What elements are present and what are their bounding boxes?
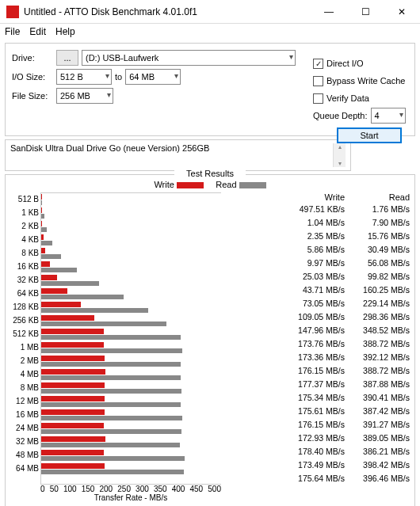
- col-write: Write: [288, 192, 345, 202]
- queue-depth-label: Queue Depth:: [313, 111, 368, 120]
- read-bar: [41, 268, 77, 272]
- bar-row: [41, 409, 221, 422]
- direct-io-label: Direct I/O: [326, 59, 363, 68]
- read-bar: [41, 443, 180, 447]
- write-bar: [41, 356, 105, 361]
- bar-row: [41, 462, 221, 476]
- data-row: 172.93 MB/s389.05 MB/s: [226, 431, 410, 444]
- read-bar: [41, 470, 184, 474]
- y-tick: 1 KB: [10, 206, 39, 219]
- read-bar: [41, 281, 99, 286]
- y-tick: 2 MB: [10, 354, 39, 367]
- bar-row: [41, 382, 221, 395]
- io-to-label: to: [115, 72, 122, 82]
- y-tick: 64 MB: [10, 462, 39, 475]
- y-tick: 512 KB: [10, 327, 39, 341]
- read-bar: [41, 214, 44, 219]
- direct-io-checkbox[interactable]: ✓: [313, 59, 323, 69]
- close-button[interactable]: ✕: [384, 0, 420, 23]
- y-tick: 32 MB: [10, 435, 39, 448]
- read-bar: [41, 375, 181, 380]
- write-bar: [41, 329, 104, 334]
- config-panel: Drive: ... (D:) USB-Laufwerk ▾ I/O Size:…: [5, 43, 415, 136]
- write-bar: [41, 423, 104, 428]
- y-tick: 12 MB: [10, 394, 39, 408]
- data-row: 5.86 MB/s30.49 MB/s: [226, 242, 410, 256]
- bar-row: [41, 422, 221, 436]
- maximize-button[interactable]: ☐: [347, 0, 384, 23]
- write-bar: [41, 436, 105, 442]
- bar-row: [41, 395, 221, 409]
- file-size-select[interactable]: 256 MB ▾: [56, 88, 113, 104]
- io-size-from-select[interactable]: 512 B ▾: [56, 69, 112, 85]
- read-bar: [41, 416, 182, 420]
- chevron-down-icon: ▾: [289, 52, 293, 61]
- bar-row: [41, 368, 221, 382]
- y-tick: 24 MB: [10, 421, 39, 435]
- data-row: 176.15 MB/s391.27 MB/s: [226, 417, 410, 431]
- data-row: 176.15 MB/s388.72 MB/s: [226, 363, 410, 377]
- read-bar: [41, 200, 42, 205]
- data-row: 73.05 MB/s229.14 MB/s: [226, 296, 410, 310]
- write-bar: [41, 302, 81, 307]
- write-bar: [41, 463, 105, 469]
- data-row: 9.97 MB/s56.08 MB/s: [226, 256, 410, 269]
- y-tick: 32 KB: [10, 273, 39, 287]
- y-tick: 64 KB: [10, 287, 39, 300]
- results-title: Test Results: [174, 169, 246, 178]
- read-bar: [41, 227, 47, 232]
- write-bar: [41, 450, 104, 455]
- y-tick: 8 MB: [10, 381, 39, 394]
- queue-depth-select[interactable]: 4 ▾: [371, 108, 406, 124]
- bar-row: [41, 449, 221, 462]
- app-icon: [6, 6, 19, 18]
- write-bar: [41, 369, 105, 375]
- chevron-down-icon: ▾: [174, 71, 178, 80]
- bar-row: [41, 328, 221, 341]
- device-description: SanDisk Ultra Dual Drive Go (neue Versio…: [5, 139, 351, 171]
- bar-row: [41, 355, 221, 368]
- read-bar: [41, 389, 181, 394]
- bypass-checkbox[interactable]: [313, 76, 323, 86]
- titlebar: Untitled - ATTO Disk Benchmark 4.01.0f1 …: [0, 0, 420, 24]
- write-bar: [41, 409, 105, 415]
- chevron-down-icon: ▾: [107, 90, 111, 99]
- drive-select[interactable]: (D:) USB-Laufwerk ▾: [82, 50, 296, 66]
- chart-x-axis: 050100150200250300350400450500: [40, 485, 221, 493]
- read-bar: [41, 348, 182, 353]
- verify-label: Verify Data: [326, 93, 369, 103]
- read-bar: [41, 429, 181, 434]
- scrollbar[interactable]: ▴▾: [333, 143, 346, 167]
- col-read: Read: [353, 192, 410, 202]
- bar-row: [41, 301, 221, 314]
- minimize-button[interactable]: —: [311, 0, 347, 23]
- read-bar: [41, 456, 185, 461]
- y-tick: 256 KB: [10, 314, 39, 327]
- start-button[interactable]: Start: [337, 127, 402, 143]
- bar-row: [41, 436, 221, 449]
- y-tick: 4 MB: [10, 367, 39, 381]
- data-row: 173.76 MB/s388.72 MB/s: [226, 337, 410, 350]
- verify-checkbox[interactable]: [313, 93, 323, 104]
- bar-row: [41, 274, 221, 287]
- read-bar: [41, 308, 148, 313]
- read-bar: [41, 241, 52, 245]
- write-bar: [41, 382, 105, 388]
- write-bar: [41, 261, 50, 267]
- y-tick: 128 KB: [10, 300, 39, 314]
- io-size-to-select[interactable]: 64 MB ▾: [125, 69, 181, 85]
- menu-help[interactable]: Help: [55, 26, 75, 37]
- data-row: 497.51 KB/s1.76 MB/s: [226, 202, 410, 215]
- bar-row: [41, 234, 221, 247]
- results-panel: Test Results Write Read 512 B1 KB2 KB4 K…: [5, 174, 415, 506]
- y-tick: 16 KB: [10, 260, 39, 273]
- menu-edit[interactable]: Edit: [29, 26, 46, 37]
- io-size-label: I/O Size:: [12, 72, 53, 82]
- menu-file[interactable]: File: [5, 26, 20, 37]
- read-bar: [41, 295, 124, 299]
- data-row: 173.36 MB/s392.12 MB/s: [226, 350, 410, 363]
- write-bar: [41, 342, 104, 348]
- window-title: Untitled - ATTO Disk Benchmark 4.01.0f1: [24, 6, 311, 17]
- data-row: 177.37 MB/s387.88 MB/s: [226, 377, 410, 390]
- drive-browse-button[interactable]: ...: [56, 50, 78, 66]
